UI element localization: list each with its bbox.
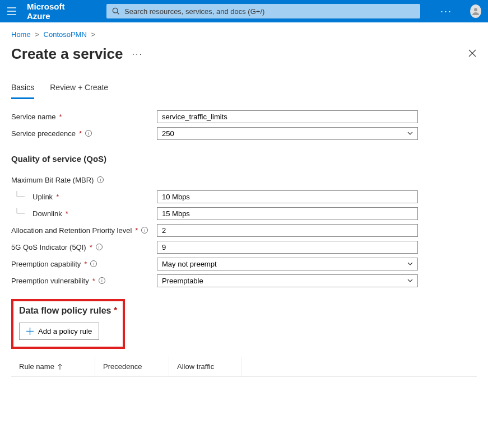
- tab-review-create[interactable]: Review + Create: [50, 80, 108, 99]
- required-star: *: [84, 260, 87, 268]
- col-rule-name[interactable]: Rule name: [11, 357, 95, 376]
- col-precedence[interactable]: Precedence: [95, 357, 169, 376]
- tree-branch-icon: [11, 208, 26, 219]
- info-icon[interactable]: i: [141, 227, 148, 234]
- service-name-input[interactable]: [157, 110, 418, 123]
- required-star: *: [92, 277, 95, 285]
- user-avatar[interactable]: [470, 4, 481, 18]
- precedence-select[interactable]: 250: [157, 127, 418, 140]
- page-heading: Create a service ···: [0, 42, 488, 80]
- search-icon: [112, 7, 120, 15]
- required-star: *: [114, 306, 117, 315]
- fiveqi-input[interactable]: [157, 241, 418, 254]
- info-icon[interactable]: i: [99, 277, 105, 284]
- preempt-cap-value: May not preempt: [162, 260, 217, 268]
- required-star: *: [56, 193, 59, 201]
- chevron-down-icon: [407, 130, 413, 136]
- required-star: *: [59, 113, 62, 121]
- chevron-right-icon: >: [35, 30, 39, 39]
- required-star: *: [79, 129, 82, 138]
- info-icon[interactable]: i: [96, 244, 103, 250]
- breadcrumb: Home > ContosoPMN >: [0, 22, 488, 42]
- svg-line-4: [117, 12, 119, 14]
- uplink-input[interactable]: [157, 190, 418, 203]
- required-star: *: [66, 209, 68, 218]
- arp-input[interactable]: [157, 224, 418, 237]
- tree-branch-icon: [11, 191, 26, 202]
- arp-label: Allocation and Retention Priority level: [11, 226, 132, 235]
- page-more-button[interactable]: ···: [132, 49, 142, 59]
- downlink-input[interactable]: [157, 207, 418, 220]
- more-menu-button[interactable]: ···: [440, 6, 452, 17]
- page-title: Create a service: [11, 45, 123, 63]
- preempt-vuln-select[interactable]: Preemptable: [157, 274, 418, 287]
- info-icon[interactable]: i: [85, 130, 92, 137]
- chevron-down-icon: [407, 261, 413, 267]
- precedence-label: Service precedence: [11, 129, 76, 138]
- required-star: *: [135, 226, 138, 235]
- plus-icon: [26, 328, 34, 335]
- service-name-label: Service name: [11, 113, 55, 121]
- rules-heading: Data flow policy rules: [19, 306, 111, 315]
- preempt-vuln-label: Preemption vulnerability: [11, 277, 89, 285]
- uplink-label: Uplink: [32, 193, 53, 201]
- tab-basics[interactable]: Basics: [11, 80, 34, 99]
- breadcrumb-item[interactable]: ContosoPMN: [44, 30, 87, 39]
- col-allow-traffic[interactable]: Allow traffic: [169, 357, 242, 376]
- svg-point-3: [113, 8, 118, 13]
- top-navbar: Microsoft Azure Search resources, servic…: [0, 0, 488, 22]
- tab-bar: Basics Review + Create: [0, 80, 488, 99]
- preempt-cap-select[interactable]: May not preempt: [157, 258, 418, 270]
- chevron-right-icon: >: [91, 30, 95, 39]
- add-policy-rule-label: Add a policy rule: [38, 327, 92, 335]
- chevron-down-icon: [407, 278, 413, 283]
- required-star: *: [90, 243, 92, 251]
- close-button[interactable]: [468, 49, 477, 60]
- svg-point-5: [474, 8, 477, 11]
- mbr-label: Maximum Bit Rate (MBR): [11, 176, 94, 184]
- downlink-label: Downlink: [32, 209, 62, 218]
- fiveqi-label: 5G QoS Indicator (5QI): [11, 243, 86, 251]
- hamburger-icon[interactable]: [7, 6, 17, 16]
- breadcrumb-home[interactable]: Home: [11, 30, 31, 39]
- qos-heading: Quality of service (QoS): [11, 154, 477, 164]
- add-policy-rule-button[interactable]: Add a policy rule: [19, 323, 99, 340]
- preempt-vuln-value: Preemptable: [162, 277, 203, 285]
- precedence-value: 250: [162, 129, 174, 138]
- rules-table-header: Rule name Precedence Allow traffic: [11, 357, 477, 376]
- search-placeholder: Search resources, services, and docs (G+…: [124, 7, 264, 16]
- info-icon[interactable]: i: [90, 260, 97, 267]
- brand-label[interactable]: Microsoft Azure: [27, 2, 80, 21]
- global-search-input[interactable]: Search resources, services, and docs (G+…: [106, 4, 420, 18]
- data-flow-rules-section: Data flow policy rules * Add a policy ru…: [11, 299, 125, 349]
- info-icon[interactable]: i: [97, 176, 104, 183]
- sort-asc-icon: [58, 364, 62, 370]
- preempt-cap-label: Preemption capability: [11, 260, 81, 268]
